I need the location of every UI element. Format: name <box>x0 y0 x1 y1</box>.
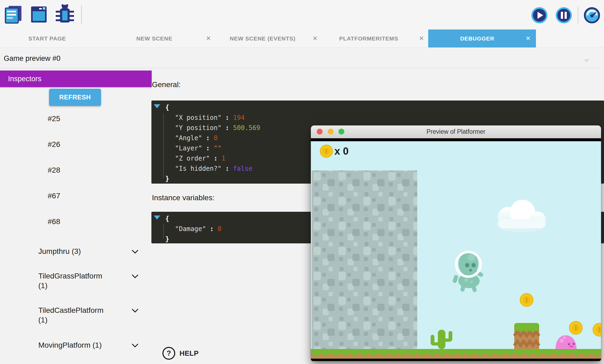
indent-guide <box>163 224 164 239</box>
toolbar-divider-2 <box>578 7 578 24</box>
instance-item-26[interactable]: #26 <box>48 140 60 149</box>
window-bottom-edge <box>311 359 601 361</box>
instance-item-28[interactable]: #28 <box>48 165 60 175</box>
help-button[interactable]: ? HELP <box>162 347 199 360</box>
top-toolbar <box>0 0 604 29</box>
collapse-triangle-icon[interactable] <box>154 216 160 220</box>
help-label: HELP <box>180 349 199 358</box>
project-manager-icon[interactable] <box>4 4 23 26</box>
tab-new-scene[interactable]: NEW SCENE <box>136 29 172 47</box>
instance-item-68[interactable]: #68 <box>48 217 60 226</box>
tab-debugger-label: DEBUGGER <box>460 29 494 47</box>
tab-start-page[interactable]: START PAGE <box>28 29 66 47</box>
chevron-down-icon[interactable] <box>131 272 139 280</box>
group-movingplatform[interactable]: MovingPlatform (1) <box>38 340 111 350</box>
chevron-down-icon[interactable] <box>131 307 139 315</box>
preview-window-titlebar[interactable]: Preview of Platformer <box>311 125 601 138</box>
selector-caret-icon[interactable] <box>584 59 590 62</box>
tab-debugger-close-icon[interactable]: ✕ <box>525 29 531 47</box>
profiler-gauge-button[interactable] <box>584 7 600 25</box>
group-tiledgrassplatform[interactable]: TiledGrassPlatform (1) <box>38 271 111 291</box>
selector-divider <box>0 68 599 68</box>
open-brace: { <box>165 102 604 113</box>
instance-item-67[interactable]: #67 <box>48 191 60 201</box>
inspectors-header: Inspectors <box>0 70 152 87</box>
inspectors-title: Inspectors <box>8 70 42 87</box>
play-button[interactable] <box>531 7 548 25</box>
instance-item-25[interactable]: #25 <box>48 114 60 124</box>
ground <box>311 349 601 359</box>
chevron-down-icon[interactable] <box>131 248 139 256</box>
castle-wall <box>312 170 417 349</box>
window-icon[interactable] <box>30 4 48 26</box>
tab-platformeritems[interactable]: PLATFORMERITEMS <box>339 29 398 47</box>
tab-new-scene-close-icon[interactable]: ✕ <box>206 29 211 47</box>
hud-coin-icon <box>320 145 333 157</box>
coin <box>520 294 533 306</box>
gdevelop-app: START PAGE NEW SCENE ✕ NEW SCENE (EVENTS… <box>0 0 604 364</box>
group-tiledcastleplatform[interactable]: TiledCastlePlatform (1) <box>38 306 111 325</box>
game-scene <box>311 141 601 359</box>
chevron-down-icon[interactable] <box>131 341 139 350</box>
tab-new-scene-events[interactable]: NEW SCENE (EVENTS) <box>230 29 295 47</box>
instance-variables-label: Instance variables: <box>152 194 214 202</box>
tab-new-scene-events-close-icon[interactable]: ✕ <box>312 29 318 47</box>
toolbar-divider <box>81 5 82 24</box>
group-jumpthru[interactable]: Jumpthru (3) <box>38 247 111 256</box>
collapse-triangle-icon[interactable] <box>154 104 160 108</box>
preview-window-title: Preview of Platformer <box>311 125 601 138</box>
game-canvas[interactable]: x 0 <box>311 141 601 359</box>
question-mark-icon: ? <box>162 347 175 360</box>
pause-button[interactable] <box>555 7 572 25</box>
json-line-x-position: "X position" : 194 <box>175 113 604 123</box>
grass-platform-block <box>514 323 539 349</box>
window-inner-edge <box>311 138 601 141</box>
preview-window: Preview of Platformer <box>311 125 601 361</box>
coin <box>569 321 582 334</box>
tab-debugger-active[interactable]: DEBUGGER ✕ <box>428 29 536 47</box>
game-preview-selector[interactable]: Game preview #0 <box>4 54 61 63</box>
general-section-label: General: <box>152 80 181 89</box>
coin-counter: x 0 <box>334 146 349 157</box>
debugger-bug-icon[interactable] <box>55 4 74 27</box>
indent-guide <box>163 113 164 178</box>
refresh-button[interactable]: REFRESH <box>49 89 101 106</box>
tab-platformeritems-close-icon[interactable]: ✕ <box>419 29 424 47</box>
